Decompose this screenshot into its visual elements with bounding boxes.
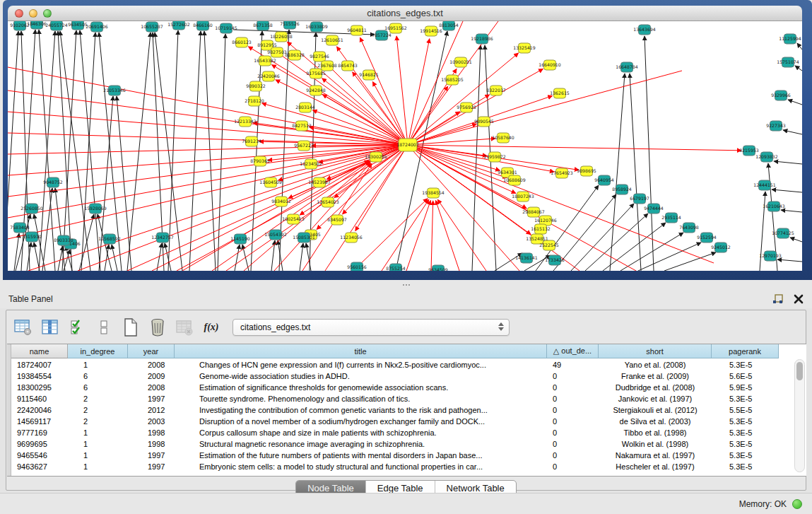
column-header-1[interactable]: in_degree <box>68 344 128 358</box>
table-cell[interactable]: 2 <box>68 404 128 416</box>
table-cell[interactable]: 14569117 <box>11 416 68 427</box>
graph-node[interactable]: 9227343 <box>766 121 786 131</box>
delete-rows-icon[interactable] <box>148 317 167 337</box>
table-cell[interactable]: 9115460 <box>11 393 68 404</box>
graph-node[interactable]: 9827546 <box>310 52 329 62</box>
graph-node[interactable]: 9048752 <box>43 177 63 187</box>
graph-edge[interactable] <box>14 233 19 271</box>
table-cell[interactable]: Estimation of the future numbers of pati… <box>175 450 547 461</box>
graph-edge[interactable] <box>408 145 519 271</box>
graph-edge[interactable] <box>437 199 486 271</box>
graph-node[interactable]: 14136141 <box>515 253 538 263</box>
graph-edge[interactable] <box>8 112 408 145</box>
table-cell[interactable]: 2012 <box>128 404 175 416</box>
graph-node[interactable]: 7857224 <box>372 30 392 40</box>
table-row[interactable]: 1872400712008Changes of HCN gene express… <box>11 359 779 370</box>
table-cell[interactable]: 1 <box>68 438 128 450</box>
table-cell[interactable]: 1997 <box>128 461 175 472</box>
graph-node[interactable]: 2718120 <box>245 96 264 106</box>
graph-edge[interactable] <box>251 31 262 271</box>
graph-node[interactable]: 2803144 <box>295 103 315 112</box>
graph-edge[interactable] <box>79 214 94 271</box>
table-cell[interactable]: 1 <box>68 461 128 472</box>
graph-node[interactable]: 8454743 <box>338 61 358 71</box>
table-cell[interactable]: 5.3E-5 <box>712 359 779 370</box>
network-canvas[interactable]: 8660123891295518226058982750316543382818… <box>8 21 802 271</box>
table-cell[interactable]: 1 <box>68 427 128 438</box>
graph-edge[interactable] <box>8 133 408 145</box>
graph-edge[interactable] <box>8 67 408 145</box>
table-cell[interactable]: 0 <box>547 382 599 393</box>
table-cell[interactable]: 5.3E-5 <box>712 416 779 427</box>
table-cell[interactable]: 19384554 <box>11 370 68 382</box>
graph-node[interactable]: 6679197 <box>630 194 649 204</box>
graph-node[interactable]: 9329966 <box>771 90 791 100</box>
graph-edge[interactable] <box>603 223 666 271</box>
table-cell[interactable]: 5.3E-5 <box>712 438 779 450</box>
table-cell[interactable]: 9777169 <box>11 427 68 438</box>
table-cell[interactable]: 5.9E-5 <box>712 382 779 393</box>
graph-node[interactable]: 8671358 <box>253 21 273 30</box>
graph-node[interactable]: 9474444 <box>644 204 664 214</box>
table-row[interactable]: 2242004622012Investigating the contribut… <box>11 404 779 416</box>
graph-node[interactable]: 19384554 <box>422 188 445 198</box>
graph-edge[interactable] <box>271 240 275 271</box>
graph-node[interactable]: 11125994 <box>779 34 801 44</box>
graph-edge[interactable] <box>34 243 40 271</box>
table-row[interactable]: 1938455462009Genome-wide association stu… <box>11 370 779 382</box>
graph-node[interactable]: 2935114 <box>661 213 681 223</box>
graph-node[interactable]: 16951562 <box>384 23 407 33</box>
table-cell[interactable]: 9463627 <box>11 461 68 472</box>
table-cell[interactable]: Franke et al. (2009) <box>599 370 712 382</box>
graph-node[interactable]: 7515526 <box>280 21 300 29</box>
close-window-button[interactable] <box>15 9 23 18</box>
graph-edge[interactable] <box>382 199 429 271</box>
graph-edge[interactable] <box>436 200 459 271</box>
table-cell[interactable]: Hescheler et al. (1997) <box>599 461 712 472</box>
graph-edge[interactable] <box>431 201 433 271</box>
show-columns-icon[interactable] <box>40 317 60 337</box>
zoom-window-button[interactable] <box>43 9 52 18</box>
graph-node[interactable]: 11959872 <box>483 152 506 162</box>
table-cell[interactable]: 1998 <box>128 438 175 450</box>
graph-edge[interactable] <box>165 243 171 271</box>
window-titlebar[interactable]: citations_edges.txt <box>8 6 802 21</box>
graph-node[interactable]: 17654923 <box>551 168 573 178</box>
table-cell[interactable]: 2 <box>68 416 128 427</box>
table-cell[interactable]: 22420046 <box>11 404 68 416</box>
graph-edge[interactable] <box>80 30 100 271</box>
table-cell[interactable]: 5.3E-5 <box>712 427 779 438</box>
graph-edge[interactable] <box>408 145 714 263</box>
graph-node[interactable]: 10587640 <box>492 133 514 143</box>
graph-node[interactable]: 9146821 <box>359 70 379 80</box>
memory-ok-indicator-icon[interactable] <box>792 499 802 509</box>
graph-node[interactable]: 10774125 <box>772 228 794 238</box>
graph-node[interactable]: 10655287 <box>141 22 163 32</box>
table-cell[interactable]: Embryonic stem cells: a model to study s… <box>175 461 547 472</box>
column-header-2[interactable]: year <box>128 344 175 358</box>
graph-node[interactable]: 1145190 <box>230 234 250 244</box>
column-header-0[interactable]: name <box>11 344 68 358</box>
graph-node[interactable]: 13325419 <box>513 43 536 53</box>
graph-edge[interactable] <box>408 145 554 172</box>
graph-node[interactable]: 9640954 <box>594 175 614 185</box>
graph-node[interactable]: 12213343 <box>234 117 257 127</box>
table-cell[interactable]: 0 <box>547 438 599 450</box>
graph-node[interactable]: 21053346 <box>103 86 126 95</box>
graph-node[interactable]: 12444151 <box>753 180 776 190</box>
select-all-icon[interactable] <box>67 317 87 337</box>
table-row[interactable]: 1830029562008Estimation of significance … <box>11 382 779 393</box>
graph-edge[interactable] <box>620 233 683 271</box>
graph-node[interactable]: 19218986 <box>471 34 493 44</box>
table-cell[interactable]: 5.3E-5 <box>712 393 779 404</box>
graph-node[interactable]: 11234056 <box>340 233 363 243</box>
network-graph[interactable]: 8660123891295518226058982750316543382818… <box>8 21 802 271</box>
graph-edge[interactable] <box>790 238 802 242</box>
column-header-5[interactable]: short <box>599 344 712 358</box>
close-panel-icon[interactable] <box>791 293 806 305</box>
graph-edge[interactable] <box>189 31 201 271</box>
table-cell[interactable]: 6 <box>68 370 128 382</box>
table-cell[interactable]: Investigating the contribution of common… <box>175 404 547 416</box>
graph-node[interactable]: 15685205 <box>441 75 464 85</box>
graph-node[interactable]: 8466160 <box>193 21 213 30</box>
